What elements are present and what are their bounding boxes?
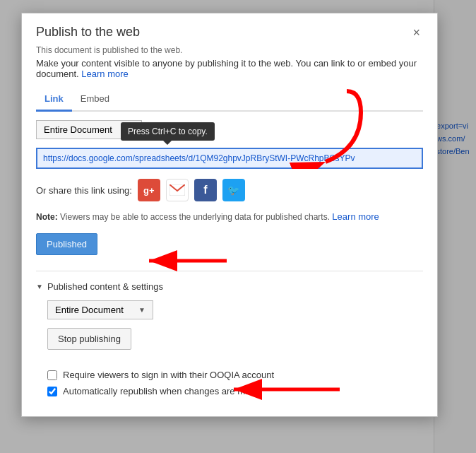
- auto-republish-checkbox[interactable]: [47, 387, 57, 396]
- google-plus-share-button[interactable]: g+: [138, 179, 160, 201]
- subtitle: This document is published to the web.: [36, 45, 423, 55]
- publish-dialog: Publish to the web × This document is pu…: [21, 13, 438, 417]
- facebook-share-button[interactable]: f: [194, 179, 217, 201]
- tab-link[interactable]: Link: [36, 88, 72, 112]
- arrow-published-svg: [93, 240, 234, 282]
- section-label: Published content & settings: [47, 281, 163, 292]
- gmail-share-button[interactable]: [166, 179, 189, 201]
- url-container: Press Ctrl+C to copy.: [36, 148, 423, 169]
- facebook-icon: f: [203, 184, 207, 196]
- learn-more-link-top[interactable]: Learn more: [81, 69, 128, 79]
- dropdown-label: Entire Document: [44, 124, 112, 135]
- share-row: Or share this link using: g+ f 🐦: [36, 179, 423, 201]
- auto-republish-label: Automatically republish when changes are…: [63, 386, 261, 396]
- share-label: Or share this link using:: [36, 185, 132, 196]
- gmail-icon: [169, 184, 185, 196]
- require-signin-label: Require viewers to sign in with their OO…: [63, 370, 274, 380]
- tabs-bar: Link Embed: [36, 88, 423, 112]
- published-btn-container: Published: [36, 233, 97, 261]
- checkbox-republish-row: Automatically republish when changes are…: [47, 386, 423, 396]
- dialog-body: This document is published to the web. M…: [22, 45, 437, 416]
- close-button[interactable]: ×: [410, 26, 423, 39]
- note-prefix: Note:: [36, 212, 58, 222]
- section-header[interactable]: ▼ Published content & settings: [36, 281, 423, 292]
- url-input[interactable]: [36, 148, 423, 169]
- stop-publishing-container: Stop publishing: [47, 328, 423, 360]
- dialog-header: Publish to the web ×: [22, 13, 437, 45]
- gplus-icon: g+: [143, 185, 155, 196]
- section-dropdown-arrow-icon: ▼: [138, 306, 145, 314]
- learn-more-link-note[interactable]: Learn more: [332, 211, 379, 222]
- section-triangle-icon: ▼: [36, 283, 43, 290]
- note-text: Viewers may be able to access the underl…: [60, 212, 330, 222]
- twitter-icon: 🐦: [227, 184, 239, 196]
- section-scope-dropdown[interactable]: Entire Document ▼: [47, 300, 153, 319]
- description: Make your content visible to anyone by p…: [36, 58, 423, 79]
- dialog-title: Publish to the web: [36, 25, 140, 40]
- tab-embed[interactable]: Embed: [72, 88, 118, 112]
- stop-publishing-button[interactable]: Stop publishing: [47, 328, 131, 350]
- published-button[interactable]: Published: [36, 233, 97, 255]
- copy-tooltip: Press Ctrl+C to copy.: [121, 122, 215, 141]
- note-row: Note: Viewers may be able to access the …: [36, 211, 423, 222]
- section-dropdown-label: Entire Document: [55, 305, 124, 315]
- twitter-share-button[interactable]: 🐦: [222, 179, 245, 201]
- require-signin-checkbox[interactable]: [47, 370, 57, 380]
- checkbox-signin-row: Require viewers to sign in with their OO…: [47, 370, 423, 380]
- section-divider: [36, 271, 423, 271]
